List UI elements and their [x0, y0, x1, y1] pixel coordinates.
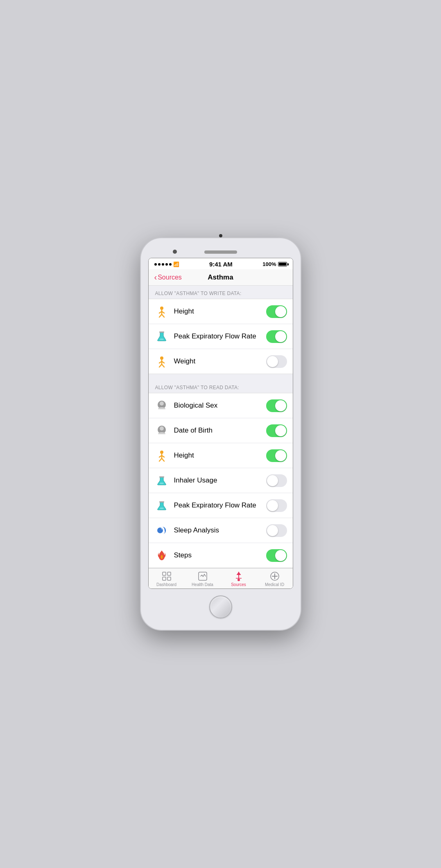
list-item: Steps [149, 543, 293, 568]
signal-dot [165, 263, 168, 266]
svg-point-17 [160, 426, 164, 431]
peak-flow-read-icon [154, 498, 169, 513]
signal-dot [158, 263, 161, 266]
flame-icon [156, 549, 168, 561]
sleep-label: Sleep Analysis [174, 526, 266, 534]
steps-toggle[interactable] [266, 549, 287, 562]
page-title: Asthma [208, 273, 233, 282]
person-gray-icon [156, 399, 168, 412]
status-bar: 📶 9:41 AM 100% [149, 258, 293, 269]
phone-bottom [148, 589, 293, 622]
inhaler-toggle[interactable] [266, 474, 287, 487]
back-label: Sources [158, 274, 182, 281]
svg-line-13 [162, 364, 164, 367]
peak-flow-write-toggle[interactable] [266, 330, 287, 343]
phone-frame: 📶 9:41 AM 100% ‹ Sources Asthma ALLOW "A… [141, 238, 301, 630]
tab-health-data[interactable]: Health Data [185, 571, 221, 587]
toggle-thumb [275, 450, 286, 461]
peak-flow-read-toggle[interactable] [266, 499, 287, 512]
back-button[interactable]: ‹ Sources [154, 273, 182, 282]
person-gray-2-icon [156, 424, 168, 437]
status-time: 9:41 AM [209, 261, 233, 268]
weight-write-toggle[interactable] [266, 355, 287, 368]
tab-sources[interactable]: Sources [221, 571, 257, 587]
tab-medical-id[interactable]: Medical ID [257, 571, 293, 587]
nav-bar: ‹ Sources Asthma [149, 269, 293, 286]
person-yellow-3-icon [156, 449, 168, 462]
phone-top-bar [148, 246, 293, 258]
sleep-icon [154, 523, 169, 538]
write-section-list: Height Peak Expiratory Flow Rate [149, 299, 293, 374]
bio-sex-toggle[interactable] [266, 399, 287, 412]
status-left: 📶 [154, 262, 179, 267]
svg-line-4 [159, 314, 162, 317]
dob-toggle[interactable] [266, 424, 287, 437]
bio-sex-icon [154, 398, 169, 413]
phone-camera [173, 250, 177, 254]
list-item: Weight [149, 349, 293, 374]
dob-label: Date of Birth [174, 426, 266, 435]
weight-write-label: Weight [174, 357, 266, 365]
toggle-thumb [275, 550, 286, 561]
height-read-toggle[interactable] [266, 449, 287, 462]
list-item: Biological Sex [149, 393, 293, 418]
tab-bar: Dashboard Health Data [149, 568, 293, 588]
height-read-icon [154, 448, 169, 463]
flask-teal-2-icon [156, 474, 168, 487]
svg-rect-31 [167, 572, 171, 575]
peak-flow-read-label: Peak Expiratory Flow Rate [174, 501, 266, 510]
inhaler-label: Inhaler Usage [174, 476, 266, 485]
home-button[interactable] [209, 595, 232, 618]
inhaler-icon [154, 473, 169, 488]
dob-icon [154, 423, 169, 438]
sleep-toggle[interactable] [266, 524, 287, 537]
phone-top-dot [219, 234, 222, 237]
phone-screen: 📶 9:41 AM 100% ‹ Sources Asthma ALLOW "A… [148, 258, 293, 589]
battery-fill [279, 263, 286, 266]
status-right: 100% [262, 261, 287, 267]
height-read-label: Height [174, 451, 266, 460]
toggle-thumb [275, 331, 286, 342]
toggle-thumb [267, 475, 278, 486]
svg-point-29 [161, 527, 163, 530]
list-item: Peak Expiratory Flow Rate [149, 493, 293, 518]
list-item: Date of Birth [149, 418, 293, 443]
toggle-thumb [267, 525, 278, 536]
tab-dashboard[interactable]: Dashboard [149, 571, 185, 587]
list-item: Height [149, 299, 293, 324]
svg-line-22 [159, 458, 162, 461]
dashboard-tab-label: Dashboard [156, 582, 176, 587]
list-item: Height [149, 443, 293, 468]
weight-write-icon [154, 354, 169, 369]
toggle-thumb [275, 425, 286, 436]
medical-id-tab-label: Medical ID [265, 582, 284, 587]
bio-sex-label: Biological Sex [174, 401, 266, 410]
person-yellow-icon [156, 305, 168, 318]
svg-rect-24 [159, 476, 164, 478]
svg-point-27 [160, 507, 164, 509]
list-item: Sleep Analysis [149, 518, 293, 543]
svg-rect-32 [163, 577, 166, 580]
signal-dot [154, 263, 157, 266]
sources-tab-icon [233, 571, 244, 582]
wifi-icon: 📶 [173, 262, 179, 267]
read-section-header: ALLOW "ASTHMA" TO READ DATA: [149, 380, 293, 393]
signal-dot [162, 263, 164, 266]
health-data-tab-icon [197, 571, 208, 582]
battery-icon [278, 262, 287, 266]
svg-point-7 [160, 338, 164, 340]
height-write-toggle[interactable] [266, 305, 287, 318]
flask-teal-icon [156, 330, 168, 343]
toggle-thumb [267, 356, 278, 367]
health-data-tab-label: Health Data [192, 582, 213, 587]
svg-rect-6 [159, 331, 164, 333]
peak-flow-write-label: Peak Expiratory Flow Rate [174, 332, 266, 340]
peak-flow-write-icon [154, 329, 169, 344]
svg-line-12 [159, 364, 162, 367]
list-item: Inhaler Usage [149, 468, 293, 493]
battery-percent: 100% [262, 261, 276, 267]
signal-dots [154, 263, 172, 266]
svg-point-35 [237, 579, 240, 581]
sources-tab-label: Sources [231, 582, 246, 587]
content-area: ALLOW "ASTHMA" TO WRITE DATA: [149, 286, 293, 588]
